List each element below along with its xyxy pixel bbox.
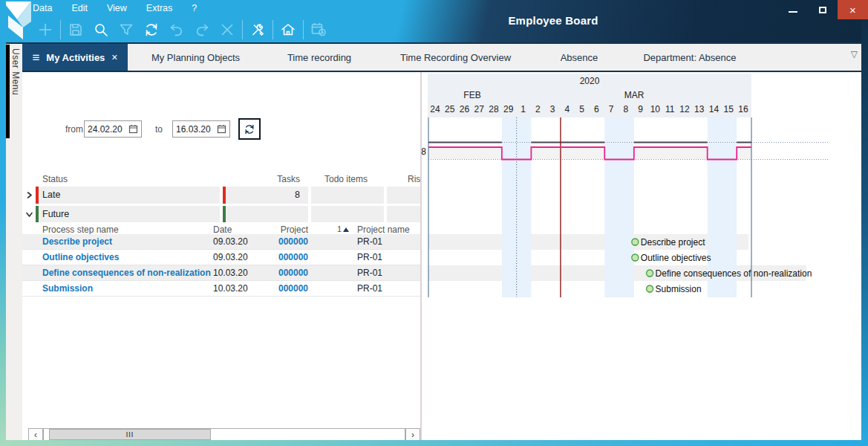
col-project: Project [252,224,308,235]
status-label: Late [42,190,60,200]
process-step-link[interactable]: Describe project [42,236,112,247]
project-link[interactable]: 000000 [252,252,308,262]
filter-icon [117,21,135,39]
toolbar-separator [273,20,273,39]
step-date: 10.03.20 [213,268,248,278]
from-date-input[interactable]: 24.02.20 [84,120,142,138]
day-cell: 6 [589,104,604,114]
tab-close-icon[interactable]: × [111,51,117,63]
project-link[interactable]: 000000 [252,268,308,278]
scrollbar-thumb[interactable]: lll [49,429,211,440]
menu-item-extras[interactable]: Extras [146,3,172,13]
menu-item-data[interactable]: Data [33,3,52,13]
user-menu-strip[interactable]: User Menu [6,44,22,440]
search-button[interactable] [88,18,114,42]
gantt-chart: 8 Describe project Outline objectives De… [420,117,861,299]
table-row[interactable]: Outline objectives 09.03.20 000000 PR-01 [22,250,420,265]
calendar-icon[interactable] [128,124,138,134]
expand-chevron-late[interactable] [24,187,34,204]
process-step-link[interactable]: Define consequences of non-realization [42,268,211,278]
scrollbar-track[interactable]: lll [43,428,405,440]
menu-item-view[interactable]: View [107,3,127,13]
tab-label: Department: Absence [643,52,736,63]
apply-refresh-button[interactable] [238,118,261,140]
day-cell: 10 [647,104,662,114]
filter-button[interactable] [114,18,139,42]
to-label: to [155,124,163,135]
tab-label: Absence [561,52,598,63]
tab-overflow-button[interactable]: ▽ [851,49,858,59]
tab-time-recording[interactable]: Time recording [264,44,375,71]
calendar-icon[interactable] [217,124,226,134]
tab-time-recording-overview[interactable]: Time Recording Overview [375,44,536,71]
hamburger-icon[interactable]: ≡ [32,51,39,64]
day-cell: 9 [633,104,648,114]
milestone-outline-objectives[interactable]: Outline objectives [632,253,711,263]
table-row[interactable]: Submission 10.03.20 000000 PR-01 [22,281,420,297]
scroll-right-button[interactable]: › [405,428,420,440]
home-button[interactable] [275,18,301,42]
menu-item-edit[interactable]: Edit [71,3,88,13]
step-date: 10.03.20 [213,283,248,294]
save-button[interactable] [63,18,88,42]
scroll-left-button[interactable]: ‹ [28,428,43,440]
menu-item-help[interactable]: ? [192,3,197,13]
tab-my-planning-objects[interactable]: My Planning Objects [128,44,264,71]
refresh-button[interactable] [139,18,164,42]
title-bar: Data Edit View Extras ? [0,0,868,42]
app-window: Data Edit View Extras ? [0,0,868,446]
status-color-bar [223,187,226,204]
table-row[interactable]: Describe project 09.03.20 000000 PR-01 [22,234,420,250]
minimize-button[interactable] [778,0,808,19]
user-menu-label: User Menu [10,48,21,95]
redo-button[interactable] [189,18,215,42]
chevron-down-icon [26,211,33,218]
day-cell: 11 [662,104,677,114]
home-icon [279,21,297,39]
col-project-name: Project name [357,224,410,235]
table-row[interactable]: Define consequences of non-realization 1… [22,265,420,281]
undo-icon [168,21,186,39]
window-border-bottom [0,440,868,446]
col-process-step: Process step name [42,224,119,235]
user-menu-indicator [6,45,10,138]
project-link[interactable]: 000000 [252,236,308,247]
workload-fill [428,148,751,159]
planning-calendar-button[interactable] [306,18,331,42]
menu-bar: Data Edit View Extras ? [33,3,197,13]
add-button[interactable] [33,18,58,42]
day-cell: 24 [428,104,443,114]
expand-chevron-future[interactable] [24,206,34,223]
day-cell: 2 [530,104,545,114]
to-date-input[interactable]: 16.03.20 [172,120,230,138]
milestone-submission[interactable]: Submission [647,284,702,294]
maximize-button[interactable] [808,0,838,19]
milestone-describe-project[interactable]: Describe project [632,237,705,248]
day-cell: 15 [721,104,736,114]
step-date: 09.03.20 [213,236,248,247]
close-button[interactable]: × [838,0,868,19]
day-cell: 13 [692,104,707,114]
timeline-day-row: 24252627282912345678910111213141516 [428,104,751,114]
milestone-define-consequences[interactable]: Define consequences of non-realization [647,268,812,279]
tools-button[interactable] [245,18,270,42]
timeline-year: 2020 [428,76,751,86]
window-title: Employee Board [475,14,631,27]
project-link[interactable]: 000000 [252,283,308,294]
add-icon [36,21,54,39]
process-step-link[interactable]: Submission [42,283,93,294]
window-controls: × [778,0,868,19]
undo-button[interactable] [164,18,189,42]
tab-my-activities[interactable]: ≡ My Activities × [22,44,128,71]
sort-indicator[interactable]: 1 [337,224,349,234]
toolbar-separator [60,20,61,39]
tab-department-absence[interactable]: Department: Absence [622,44,757,71]
process-step-link[interactable]: Outline objectives [42,252,119,262]
refresh-icon [143,21,160,39]
status-color-bar [36,187,39,204]
day-cell: 29 [501,104,516,114]
sort-order-number: 1 [337,224,342,233]
delete-button[interactable] [215,18,240,42]
tab-absence[interactable]: Absence [536,44,622,71]
redo-icon [193,21,211,39]
